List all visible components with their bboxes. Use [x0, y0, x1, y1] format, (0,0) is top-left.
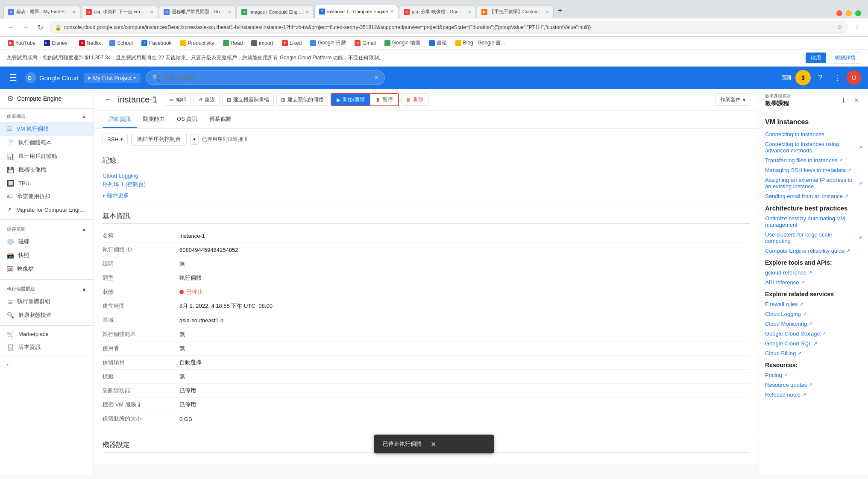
tab-4[interactable]: G Images | Compute Engine Do... ×: [237, 5, 314, 18]
sidebar-item-disks[interactable]: 💿 磁碟: [0, 235, 94, 248]
bookmark-calendar[interactable]: Google 日曆: [308, 38, 349, 47]
panel-link-connecting-advanced[interactable]: Connecting to instances using advanced m…: [765, 141, 862, 154]
bookmark-school[interactable]: S School: [107, 39, 135, 47]
help-button[interactable]: ?: [812, 70, 828, 85]
tab-os[interactable]: OS 資訊: [171, 111, 203, 128]
sidebar-item-tpu[interactable]: 🔲 TPU: [0, 177, 94, 190]
panel-link-clusters[interactable]: Use clusters for large scale computing ↗: [765, 231, 862, 244]
tab-details[interactable]: 詳細資訊: [103, 111, 137, 128]
search-clear-icon[interactable]: ×: [375, 74, 378, 82]
serial-dropdown-icon[interactable]: ▾: [190, 134, 199, 145]
create-image-button[interactable]: ⊞ 建立機器映像檔: [222, 93, 274, 106]
tab-close-1[interactable]: ×: [72, 9, 76, 15]
panel-link-pricing[interactable]: Pricing ↗: [765, 372, 862, 378]
sidebar-item-images[interactable]: 🖼 映像檔: [0, 262, 94, 276]
sidebar-item-instance-templates[interactable]: 📄 執行個體範本: [0, 136, 94, 149]
delete-button[interactable]: 🗑 刪除: [402, 93, 428, 106]
case-button[interactable]: 作業套件 ▾: [716, 93, 750, 106]
panel-info-button[interactable]: ℹ: [838, 95, 849, 106]
upgrade-button[interactable]: 啟用: [806, 53, 826, 63]
create-similar-button[interactable]: ⊞ 建立類似的個體: [276, 93, 328, 106]
panel-link-gcloud[interactable]: gcloud reference ↗: [765, 269, 862, 276]
cloud-shell-button[interactable]: ⌨: [778, 70, 794, 85]
tab-screenshot[interactable]: 螢幕截圖: [203, 111, 238, 128]
tab-2[interactable]: G gcp 移資料 下一台 vm - Goo... ×: [81, 5, 158, 18]
tab-close-5[interactable]: ×: [390, 8, 393, 15]
sidebar-item-marketplace[interactable]: 🛒 Marketplace: [0, 327, 94, 340]
bookmark-import[interactable]: import: [249, 39, 276, 47]
sidebar-item-vm-instances[interactable]: ☰ VM 執行個體: [0, 122, 94, 136]
sidebar-item-machine-images[interactable]: 💾 機器映像檔: [0, 163, 94, 177]
toast-close-button[interactable]: ×: [430, 440, 437, 448]
tab-5-active[interactable]: G instance-1 - Compute Engine ×: [314, 5, 398, 18]
settings-button[interactable]: ⋮: [830, 70, 845, 85]
bookmark-disney[interactable]: D+ Disney+: [41, 39, 73, 47]
reload-button[interactable]: ↻: [34, 21, 46, 33]
sidebar-collapse-btn[interactable]: ‹: [0, 358, 94, 371]
sidebar-item-snapshots[interactable]: 📸 快照: [0, 248, 94, 262]
reset-button[interactable]: ↺ 重設: [194, 93, 220, 106]
bookmark-blog[interactable]: Blog - Google 書...: [453, 38, 508, 47]
sidebar-section-header-storage[interactable]: 儲存空間 ▲: [0, 223, 94, 235]
forward-browser-button[interactable]: →: [20, 21, 32, 33]
tab-6[interactable]: G gcp 分享 映像檔 - Google 搜尋 ×: [399, 5, 476, 18]
panel-link-release-notes[interactable]: Release notes ↗: [765, 391, 862, 398]
search-input[interactable]: [164, 75, 371, 81]
panel-link-cloud-logging[interactable]: Cloud Logging ↗: [765, 311, 862, 317]
avatar-button[interactable]: U: [847, 70, 861, 85]
notification-bell-button[interactable]: 3: [795, 70, 811, 85]
panel-link-email[interactable]: Sending email from an instance ↗: [765, 193, 862, 199]
tab-7[interactable]: ▶ 【手把手教學】Custom image 客... ×: [477, 5, 554, 18]
tab-3[interactable]: G 遷移帳戶常見問題 - Google Cl... ×: [159, 5, 236, 18]
new-tab-button[interactable]: +: [554, 3, 566, 18]
browser-settings-button[interactable]: ⋮: [851, 21, 863, 33]
pause-button[interactable]: ⏸ 暫停: [370, 94, 398, 105]
sidebar-item-migrate[interactable]: ↗ Migrate for Compute Engi...: [0, 203, 94, 216]
cloud-logging-link[interactable]: Cloud Logging: [103, 172, 750, 179]
bookmark-netflix[interactable]: N Netflix: [76, 39, 103, 47]
panel-link-gcs[interactable]: Google Cloud Storage ↗: [765, 330, 862, 337]
connect-serial-button[interactable]: 連結至序列控制台: [131, 133, 187, 146]
tab-close-6[interactable]: ×: [468, 9, 471, 15]
bookmark-read[interactable]: Read: [220, 39, 246, 47]
bookmark-liked[interactable]: ♥ Liked: [279, 39, 305, 47]
panel-link-ssh-keys[interactable]: Managing SSH keys in metadata ↗: [765, 167, 862, 173]
panel-link-connecting[interactable]: Connecting to instances: [765, 131, 862, 137]
bookmark-star-icon[interactable]: ☆: [837, 23, 842, 31]
panel-link-external-ip[interactable]: Assigning an external IP address to an e…: [765, 177, 862, 190]
learn-more-button[interactable]: 瞭解詳情: [830, 52, 861, 64]
bookmark-facebook[interactable]: f Facebook: [139, 39, 174, 47]
bookmark-books[interactable]: 書籍: [426, 38, 449, 47]
search-bar[interactable]: 🔍 ×: [146, 70, 385, 85]
tab-close-3[interactable]: ×: [228, 9, 231, 15]
sidebar-item-committed-use[interactable]: 🏷 承諾使用折扣: [0, 190, 94, 203]
serial-port-link[interactable]: 序列埠 1 (控制台): [103, 181, 750, 188]
show-more-button[interactable]: ▾ 顯示更多: [103, 192, 750, 199]
bookmark-youtube[interactable]: ▶ YouTube: [5, 39, 38, 47]
panel-link-cloud-monitoring[interactable]: Cloud Monitoring ↗: [765, 321, 862, 327]
tab-1[interactable]: G 報表 - 帳單 - My First Project - ×: [3, 5, 80, 18]
bookmark-gmail[interactable]: M Gmail: [352, 39, 378, 47]
back-browser-button[interactable]: ←: [5, 21, 17, 33]
panel-link-billing[interactable]: Cloud Billing ↗: [765, 350, 862, 356]
bookmark-productivity[interactable]: Productivity: [178, 39, 217, 47]
tab-close-4[interactable]: ×: [305, 9, 309, 15]
panel-link-reliability[interactable]: Compute Engine reliability guide ↗: [765, 248, 862, 254]
sidebar-section-header-vm[interactable]: 虛擬機器 ▲: [0, 111, 94, 122]
sidebar-item-sole-tenant[interactable]: 📊 單一用戶群節點: [0, 149, 94, 163]
edit-button[interactable]: ✏ 編輯: [165, 93, 191, 106]
tab-close-7[interactable]: ×: [545, 9, 549, 15]
hamburger-menu-button[interactable]: ☰: [7, 70, 20, 85]
tab-monitoring[interactable]: 觀測能力: [137, 111, 171, 128]
sidebar-item-instance-groups[interactable]: 🗂 執行個體群組: [0, 295, 94, 308]
ssh-dropdown[interactable]: SSH ▾: [103, 134, 128, 145]
panel-link-firewall[interactable]: Firewall rules ↗: [765, 301, 862, 307]
start-button[interactable]: ▶ 開始/繼續: [331, 94, 370, 105]
sidebar-item-release-notes[interactable]: 📋 版本資訊: [0, 340, 94, 354]
sidebar-section-header-groups[interactable]: 執行個體群組 ▲: [0, 283, 94, 295]
panel-link-quotas[interactable]: Resource quotas ↗: [765, 382, 862, 388]
bookmark-maps[interactable]: Google 地圖: [382, 38, 423, 47]
panel-link-transferring[interactable]: Transferring files to instances ↗: [765, 157, 862, 164]
tab-close-2[interactable]: ×: [150, 9, 153, 15]
sidebar-item-health-checks[interactable]: 🔍 健康狀態檢查: [0, 308, 94, 322]
